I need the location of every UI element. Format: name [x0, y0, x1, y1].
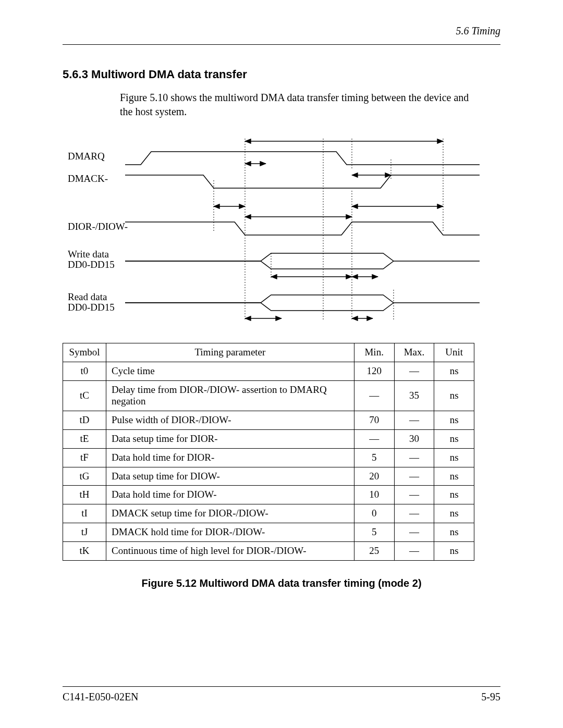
cell-max: 35 — [394, 380, 434, 411]
cell-max: — — [394, 362, 434, 380]
label-dmarq: DMARQ — [68, 151, 105, 162]
cell-max: 30 — [394, 429, 434, 448]
cell-param: Data setup time for DIOW- — [106, 467, 354, 486]
cell-max: — — [394, 448, 434, 467]
table-row: tJDMACK hold time for DIOR-/DIOW-5—ns — [63, 523, 474, 541]
dim-tH: tH — [360, 276, 370, 287]
header-rule — [63, 44, 500, 45]
cell-symbol: tD — [63, 411, 106, 430]
figure-caption: Figure 5.12 Multiword DMA data transfer … — [63, 577, 500, 589]
cell-min: — — [354, 429, 394, 448]
section-title: Multiword DMA data transfer — [88, 68, 247, 81]
intro-paragraph: Figure 5.10 shows the multiword DMA data… — [120, 91, 474, 119]
cell-min: 20 — [354, 467, 394, 486]
cell-min: 25 — [354, 541, 394, 560]
cell-unit: ns — [434, 541, 474, 560]
th-min: Min. — [354, 343, 394, 362]
cell-min: 0 — [354, 504, 394, 523]
cell-symbol: tC — [63, 380, 106, 411]
cell-param: Data hold time for DIOW- — [106, 486, 354, 504]
cell-max: — — [394, 486, 434, 504]
dim-tG: tG — [308, 276, 318, 287]
cell-param: Cycle time — [106, 362, 354, 380]
timing-table: Symbol Timing parameter Min. Max. Unit t… — [63, 343, 474, 561]
cell-min: 10 — [354, 486, 394, 504]
th-max: Max. — [394, 343, 434, 362]
label-read-2: DD0-DD15 — [68, 302, 115, 313]
cell-symbol: tF — [63, 448, 106, 467]
table-row: tIDMACK setup time for DIOR-/DIOW-0—ns — [63, 504, 474, 523]
table-row: tFData hold time for DIOR-5—ns — [63, 448, 474, 467]
cell-max: — — [394, 467, 434, 486]
section-number: 5.6.3 — [63, 68, 88, 81]
label-write-1: Write data — [68, 249, 109, 260]
table-row: tEData setup time for DIOR-—30ns — [63, 429, 474, 448]
cell-unit: ns — [434, 411, 474, 430]
cell-symbol: tK — [63, 541, 106, 560]
label-write-2: DD0-DD15 — [68, 259, 115, 270]
page: 5.6 Timing 5.6.3 Multiword DMA data tran… — [0, 0, 563, 728]
cell-symbol: t0 — [63, 362, 106, 380]
cell-symbol: tJ — [63, 523, 106, 541]
cell-unit: ns — [434, 380, 474, 411]
cell-min: 5 — [354, 448, 394, 467]
cell-param: Data hold time for DIOR- — [106, 448, 354, 467]
cell-max: — — [394, 504, 434, 523]
cell-max: — — [394, 523, 434, 541]
cell-unit: ns — [434, 486, 474, 504]
cell-param: DMACK setup time for DIOR-/DIOW- — [106, 504, 354, 523]
dim-tI: tI — [226, 195, 232, 206]
label-read-1: Read data — [68, 291, 107, 302]
dim-tD: tD — [293, 205, 303, 216]
cell-min: 70 — [354, 411, 394, 430]
table-row: t0Cycle time120—ns — [63, 362, 474, 380]
cell-unit: ns — [434, 523, 474, 541]
table-header-row: Symbol Timing parameter Min. Max. Unit — [63, 343, 474, 362]
cell-unit: ns — [434, 429, 474, 448]
page-footer: C141-E050-02EN 5-95 — [63, 686, 500, 703]
label-dmack: DMACK- — [68, 173, 108, 184]
cell-param: Data setup time for DIOR- — [106, 429, 354, 448]
dim-tC: tC — [251, 165, 260, 176]
cell-symbol: tE — [63, 429, 106, 448]
cell-unit: ns — [434, 448, 474, 467]
dim-tK: tK — [391, 195, 401, 206]
cell-symbol: tI — [63, 504, 106, 523]
timing-diagram: DMARQ DMACK- DIOR-/DIOW- Write data DD0-… — [63, 128, 490, 331]
cell-param: Delay time from DIOR-/DIOW- assertion to… — [106, 380, 354, 411]
table-row: tGData setup time for DIOW-20—ns — [63, 467, 474, 486]
dim-tE: tE — [259, 317, 268, 328]
th-param: Timing parameter — [106, 343, 354, 362]
th-unit: Unit — [434, 343, 474, 362]
cell-min: 120 — [354, 362, 394, 380]
cell-unit: ns — [434, 362, 474, 380]
section-heading: 5.6.3 Multiword DMA data transfer — [63, 68, 500, 81]
dim-t0: t0 — [335, 130, 343, 141]
table-row: tCDelay time from DIOR-/DIOW- assertion … — [63, 380, 474, 411]
cell-symbol: tG — [63, 467, 106, 486]
cell-min: — — [354, 380, 394, 411]
label-dior-diow: DIOR-/DIOW- — [68, 221, 128, 232]
cell-param: Pulse width of DIOR-/DIOW- — [106, 411, 354, 430]
cell-unit: ns — [434, 467, 474, 486]
cell-unit: ns — [434, 504, 474, 523]
cell-min: 5 — [354, 523, 394, 541]
dim-tF: tF — [358, 317, 366, 328]
table-row: tDPulse width of DIOR-/DIOW-70—ns — [63, 411, 474, 430]
cell-max: — — [394, 541, 434, 560]
cell-symbol: tH — [63, 486, 106, 504]
page-num: 5-95 — [481, 691, 500, 703]
table-row: tHData hold time for DIOW-10—ns — [63, 486, 474, 504]
running-header: 5.6 Timing — [63, 25, 500, 40]
cell-param: DMACK hold time for DIOR-/DIOW- — [106, 523, 354, 541]
th-symbol: Symbol — [63, 343, 106, 362]
table-row: tKContinuous time of high level for DIOR… — [63, 541, 474, 560]
cell-max: — — [394, 411, 434, 430]
doc-id: C141-E050-02EN — [63, 691, 139, 703]
cell-param: Continuous time of high level for DIOR-/… — [106, 541, 354, 560]
